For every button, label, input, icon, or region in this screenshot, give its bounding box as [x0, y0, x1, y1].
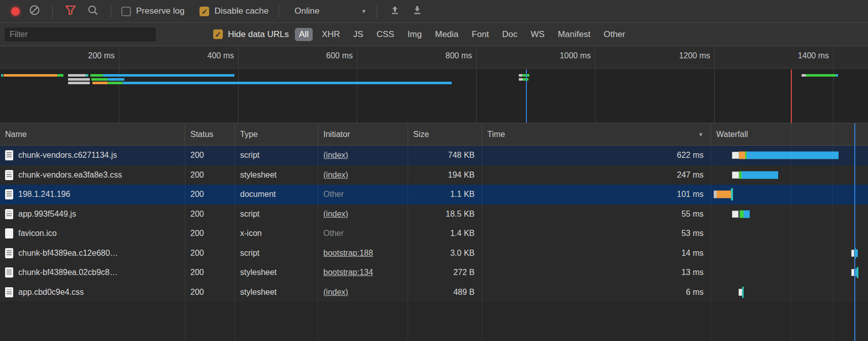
cell-initiator[interactable]: Other [318, 185, 408, 204]
cell-name[interactable]: chunk-bf4389ea.c12e680… [0, 244, 185, 263]
cell-waterfall[interactable] [711, 224, 868, 244]
hide-data-urls-checkbox[interactable]: ✓ [213, 29, 223, 39]
table-row[interactable]: 198.1.241.196 200 document Other 1.1 KB … [0, 185, 868, 204]
overview-request-bar [836, 74, 838, 77]
table-empty-area [0, 302, 868, 341]
cell-name[interactable]: chunk-bf4389ea.02cb9c8… [0, 263, 185, 283]
requests-table: NameStatusTypeInitiatorSizeTime▼Waterfal… [0, 123, 868, 341]
disable-cache-group[interactable]: ✓ Disable cache [199, 6, 269, 16]
overview[interactable]: 200 ms400 ms600 ms800 ms1000 ms1200 ms14… [0, 46, 868, 123]
filter-type-all[interactable]: All [295, 28, 313, 41]
table-row[interactable]: app.cbd0c9e4.css 200 stylesheet (index) … [0, 283, 868, 302]
filter-type-xhr[interactable]: XHR [318, 28, 344, 41]
column-header-status[interactable]: Status [185, 123, 235, 145]
cell-name[interactable]: app.993f5449.js [0, 204, 185, 224]
network-toolbar: Preserve log ✓ Disable cache Online ▼ [0, 0, 868, 23]
clear-button[interactable] [27, 4, 42, 19]
cell-name[interactable]: app.cbd0c9e4.css [0, 283, 185, 302]
cell-initiator[interactable]: bootstrap:188 [318, 244, 408, 263]
table-row[interactable]: chunk-bf4389ea.02cb9c8… 200 stylesheet b… [0, 263, 868, 283]
document-icon [5, 287, 13, 297]
overview-request-bar [806, 74, 836, 77]
table-row[interactable]: app.993f5449.js 200 script (index) 18.5 … [0, 204, 868, 224]
column-header-type[interactable]: Type [235, 123, 318, 145]
cell-waterfall[interactable] [711, 244, 868, 263]
table-row[interactable]: chunk-vendors.ea3fa8e3.css 200 styleshee… [0, 165, 868, 185]
import-har-button[interactable] [387, 4, 403, 19]
filter-type-manifest[interactable]: Manifest [554, 28, 594, 41]
size-value: 489 B [453, 288, 475, 297]
throttling-select[interactable]: Online ▼ [294, 6, 366, 16]
record-button[interactable] [11, 7, 20, 16]
column-header-size[interactable]: Size [408, 123, 482, 145]
cell-waterfall[interactable] [711, 185, 868, 204]
table-body: chunk-vendors.c6271134.js 200 script (in… [0, 146, 868, 302]
cell-name[interactable]: chunk-vendors.c6271134.js [0, 146, 185, 165]
filter-type-font[interactable]: Font [468, 28, 493, 41]
table-row[interactable]: chunk-bf4389ea.c12e680… 200 script boots… [0, 244, 868, 263]
status-value: 200 [190, 268, 204, 277]
cell-initiator[interactable]: Other [318, 224, 408, 244]
waterfall-segment-blue [747, 152, 839, 159]
search-button[interactable] [85, 4, 101, 19]
request-name: chunk-bf4389ea.c12e680… [18, 249, 118, 258]
table-row[interactable]: chunk-vendors.c6271134.js 200 script (in… [0, 146, 868, 165]
column-header-label: Size [413, 130, 429, 139]
cell-initiator[interactable]: (index) [318, 204, 408, 224]
filter-input[interactable] [4, 27, 156, 42]
cell-type: script [235, 244, 318, 263]
filter-type-js[interactable]: JS [349, 28, 368, 41]
cell-initiator[interactable]: (index) [318, 146, 408, 165]
waterfall-segment-teal [857, 267, 858, 278]
cell-waterfall[interactable] [711, 204, 868, 224]
cell-name[interactable]: 198.1.241.196 [0, 185, 185, 204]
cell-size: 3.0 KB [408, 244, 482, 263]
disable-cache-checkbox[interactable]: ✓ [199, 7, 209, 16]
cell-initiator[interactable]: (index) [318, 283, 408, 302]
overview-request-bar [123, 82, 452, 84]
column-header-time[interactable]: Time▼ [482, 123, 711, 145]
cell-initiator[interactable]: (index) [318, 165, 408, 185]
cell-initiator[interactable]: bootstrap:134 [318, 263, 408, 283]
preserve-log-group[interactable]: Preserve log [121, 6, 184, 16]
filter-toggle-button[interactable] [63, 4, 78, 19]
cell-type: stylesheet [235, 165, 318, 185]
status-value: 200 [190, 151, 204, 160]
column-header-waterfall[interactable]: Waterfall [711, 123, 868, 145]
overview-gridline [476, 46, 477, 123]
cell-waterfall[interactable] [711, 263, 868, 283]
type-value: stylesheet [240, 170, 277, 180]
request-name: app.cbd0c9e4.css [18, 288, 84, 297]
devtools-network-panel: Preserve log ✓ Disable cache Online ▼ ✓ … [0, 0, 868, 341]
filter-type-other[interactable]: Other [599, 28, 629, 41]
overview-request-bar [519, 74, 522, 77]
cell-status: 200 [185, 244, 235, 263]
cell-waterfall[interactable] [711, 165, 868, 185]
column-header-initiator[interactable]: Initiator [318, 123, 408, 145]
waterfall-segment-orange [717, 191, 731, 198]
filter-type-css[interactable]: CSS [373, 28, 398, 41]
type-value: script [240, 151, 259, 160]
cell-waterfall[interactable] [711, 146, 868, 165]
filter-type-img[interactable]: Img [404, 28, 426, 41]
initiator-value: (index) [323, 288, 348, 297]
preserve-log-checkbox[interactable] [121, 7, 131, 16]
disable-cache-label: Disable cache [214, 6, 269, 16]
overview-time-label: 1000 ms [560, 51, 591, 60]
cell-name[interactable]: favicon.ico [0, 224, 185, 244]
cell-type: x-icon [235, 224, 318, 244]
search-icon [87, 5, 98, 18]
overview-request-bar [86, 74, 88, 77]
cell-waterfall[interactable] [711, 283, 868, 302]
cell-time: 6 ms [482, 283, 711, 302]
filter-type-ws[interactable]: WS [527, 28, 549, 41]
overview-gridline [357, 46, 357, 123]
column-header-name[interactable]: Name [0, 123, 185, 145]
filter-type-doc[interactable]: Doc [498, 28, 521, 41]
cell-name[interactable]: chunk-vendors.ea3fa8e3.css [0, 165, 185, 185]
filter-type-media[interactable]: Media [431, 28, 462, 41]
export-har-button[interactable] [410, 4, 425, 19]
hide-data-urls-group[interactable]: ✓ Hide data URLs [213, 29, 289, 40]
table-row[interactable]: favicon.ico 200 x-icon Other 1.4 KB 53 m… [0, 224, 868, 244]
column-header-label: Waterfall [716, 130, 748, 139]
